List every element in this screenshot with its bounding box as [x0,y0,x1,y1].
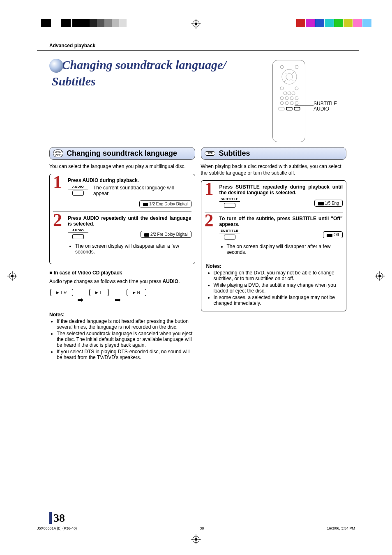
page-title-line2: Subtitles [52,74,96,88]
svg-point-25 [295,87,298,90]
step-note: The on screen display will disappear aft… [75,243,191,255]
step-number: 2 [53,211,62,229]
svg-rect-38 [286,107,292,110]
arrow-right-icon: ➡ [115,295,121,304]
registration-mark-right [375,271,385,281]
page-content: Advanced playback Changing soundtrack la… [37,40,359,526]
svg-point-31 [290,97,293,100]
osd-display: 1/2 Eng Dolby Digital [139,200,191,207]
subtitle-button-icon: SUBTITLE [219,197,240,208]
footer-meta: J5X00301A [E] (P36-40) 38 16/3/06, 3:54 … [37,526,355,530]
footer-file: J5X00301A [E] (P36-40) [37,526,77,530]
audio-button-icon: AUDIO [68,185,88,196]
step-desc: The current soundtrack language will app… [93,185,174,196]
step-title: Press AUDIO repeatedly until the desired… [68,215,191,227]
step-number: 1 [53,173,62,191]
title-ornament-icon [49,59,63,73]
remote-illustration: SUBTITLE AUDIO [272,60,334,142]
svg-point-32 [295,97,298,100]
svg-point-35 [290,101,293,105]
steps-subtitles: 1 Press SUBTITLE repeatedly during playb… [201,180,347,311]
heading-subtitles: Subtitles [219,149,250,158]
svg-point-3 [195,23,197,25]
remote-label-audio: AUDIO [314,106,337,112]
svg-rect-37 [279,107,284,110]
osd-display: 2/2 Fre Dolby Digital [141,231,191,238]
svg-line-20 [284,71,286,74]
osd-display: 1/5 Eng [314,200,343,207]
disc-badge-dvd: DVD [205,151,216,156]
svg-point-17 [295,65,298,69]
steps-audio: 1 Press AUDIO during playback. AUDIO The… [49,174,195,264]
step-title: Press SUBTITLE repeatedly during playbac… [219,184,343,196]
svg-line-23 [292,80,295,82]
svg-point-34 [285,101,288,105]
subtitle-button-icon: SUBTITLE [219,229,240,240]
section-header: Advanced playback [37,40,359,51]
svg-point-30 [285,97,288,100]
note-item: While playing a DVD, the subtitle may ch… [214,282,341,294]
notes-subtitles: Notes: Depending on the DVD, you may not… [205,260,343,306]
note-item: If the desired language is not heard aft… [57,318,195,330]
svg-point-36 [295,101,298,105]
section-head-subtitles: DVD Subtitles [201,147,347,160]
heading-audio: Changing soundtrack language [67,149,177,158]
svg-point-7 [11,275,14,277]
svg-line-22 [284,80,286,82]
svg-point-24 [280,87,284,90]
note-item: Depending on the DVD, you may not be abl… [214,270,341,281]
osd-display: Off [323,231,343,238]
svg-point-33 [280,101,284,105]
svg-rect-39 [294,107,300,110]
column-subtitles: DVD Subtitles When playing back a disc r… [201,147,347,361]
remote-icon [273,60,306,143]
page-number: 38 [49,512,65,524]
footer-timestamp: 16/3/06, 3:54 PM [327,526,355,530]
vcd-subhead: In case of Video CD playback [49,270,195,276]
svg-line-21 [292,71,295,74]
svg-point-16 [280,65,284,69]
note-item: If you select DTS in playing DTS-encoded… [57,349,195,360]
footer-page: 38 [200,526,204,530]
note-item: In some cases, a selected subtitle langu… [214,295,341,306]
svg-point-29 [280,97,284,100]
column-audio: DVDVCD Changing soundtrack language You … [49,147,195,361]
svg-point-27 [288,92,291,95]
notes-audio: Notes: If the desired language is not he… [49,312,195,360]
step-number: 2 [205,212,214,230]
registration-mark-left [7,271,17,281]
step-title: To turn off the subtitle, press SUBTITLE… [219,216,343,227]
step-note: The on screen display will disappear aft… [227,244,343,255]
note-item: The selected soundtrack language is canc… [57,331,195,348]
vcd-desc: Audio type changes as follows each time … [49,278,195,285]
svg-point-11 [378,275,381,277]
intro-audio: You can select the language when you pla… [49,163,195,170]
svg-point-26 [284,92,287,95]
step-title: Press AUDIO during playback. [68,177,191,183]
step-number: 1 [205,180,214,198]
svg-point-19 [286,74,293,80]
intro-subtitles: When playing back a disc recorded with s… [201,163,347,176]
audio-sequence: ▶LR ➡ ▶L ➡ ▶R [49,289,195,304]
section-head-audio: DVDVCD Changing soundtrack language [49,147,195,160]
svg-point-15 [195,538,197,541]
audio-button-icon: AUDIO [68,228,88,239]
registration-mark-top [191,19,201,29]
svg-point-28 [292,92,295,95]
disc-badge-dvd-vcd: DVDVCD [53,150,63,157]
registration-mark-bottom [191,534,201,546]
page-title-line1: Changing soundtrack language/ [62,58,226,71]
arrow-right-icon: ➡ [77,295,83,304]
